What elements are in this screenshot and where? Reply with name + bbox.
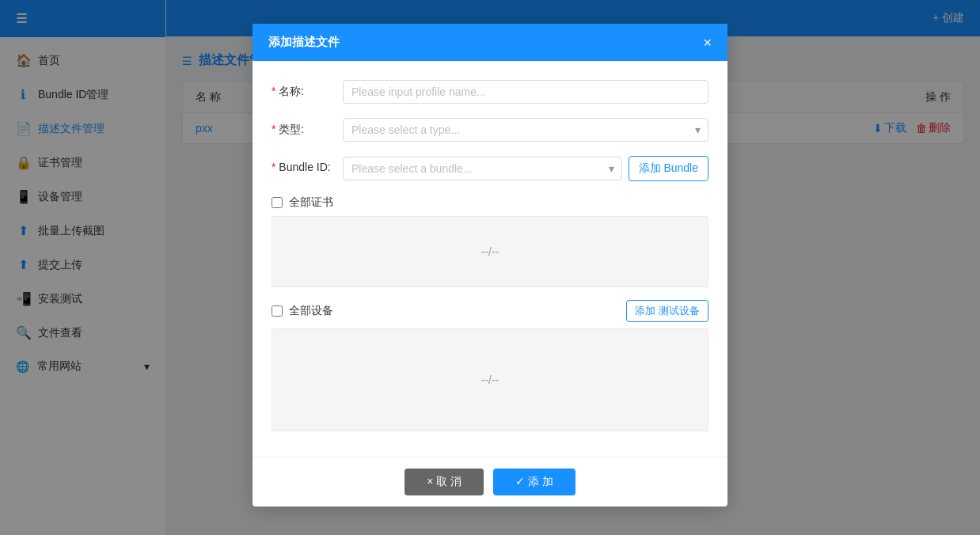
device-empty-text: --/-- — [481, 374, 499, 386]
bundle-required-star: * — [272, 161, 275, 173]
add-device-button[interactable]: 添加 测试设备 — [626, 300, 708, 322]
type-label: * 类型: — [272, 118, 343, 137]
type-required-star: * — [272, 123, 275, 135]
name-input[interactable] — [343, 80, 708, 104]
type-select-wrapper: Please select a type... — [343, 118, 708, 142]
bundle-form-control: Please select a bundle... 添加 Bundle — [343, 156, 708, 181]
name-label: * 名称: — [272, 80, 343, 99]
bundle-select-wrapper: Please select a bundle... — [343, 157, 622, 180]
device-all-checkbox[interactable] — [272, 305, 283, 317]
confirm-button[interactable]: ✓ 添 加 — [493, 469, 575, 495]
name-form-row: * 名称: — [272, 80, 708, 104]
modal-close-button[interactable]: × — [703, 36, 712, 50]
modal-title: 添加描述文件 — [268, 35, 340, 50]
device-all-label: 全部设备 — [289, 304, 333, 318]
cert-empty-text: --/-- — [481, 245, 499, 258]
name-label-text: 名称: — [279, 85, 304, 97]
type-label-text: 类型: — [279, 123, 304, 135]
modal-body: * 名称: * 类型: Please select a type... — [253, 61, 727, 457]
modal-overlay: 添加描述文件 × * 名称: * 类型: — [0, 0, 980, 535]
type-form-row: * 类型: Please select a type... — [272, 118, 708, 142]
add-profile-modal: 添加描述文件 × * 名称: * 类型: — [253, 24, 727, 507]
device-section-left: 全部设备 — [272, 304, 333, 318]
cancel-button[interactable]: × 取 消 — [405, 469, 484, 495]
bundle-form-row: * Bundle ID: Please select a bundle... 添… — [272, 156, 708, 181]
modal-footer: × 取 消 ✓ 添 加 — [253, 457, 727, 507]
device-empty-area: --/-- — [272, 328, 708, 431]
bundle-select[interactable]: Please select a bundle... — [343, 157, 622, 180]
name-form-control — [343, 80, 708, 104]
name-required-star: * — [272, 85, 275, 97]
modal-header: 添加描述文件 × — [253, 24, 727, 61]
bundle-label-text: Bundle ID: — [279, 161, 330, 173]
cert-all-checkbox[interactable] — [272, 197, 283, 208]
cert-empty-area: --/-- — [272, 216, 708, 287]
device-section-header: 全部设备 添加 测试设备 — [272, 300, 708, 322]
cert-section-header: 全部证书 — [272, 195, 708, 210]
bundle-label: * Bundle ID: — [272, 156, 343, 173]
cert-all-label: 全部证书 — [289, 195, 333, 210]
add-bundle-button[interactable]: 添加 Bundle — [629, 156, 708, 181]
type-select[interactable]: Please select a type... — [343, 118, 708, 142]
